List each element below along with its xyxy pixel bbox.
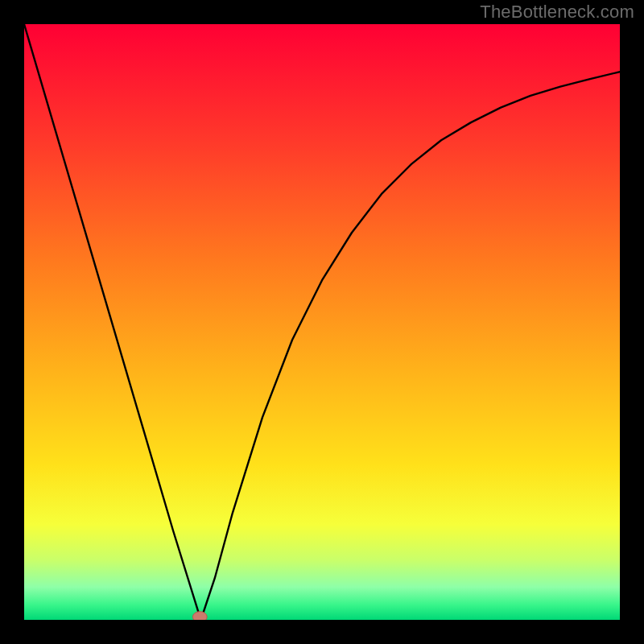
plot-svg: [24, 24, 620, 620]
chart-frame: TheBottleneck.com: [0, 0, 644, 644]
watermark-text: TheBottleneck.com: [480, 2, 634, 23]
plot-area: [24, 24, 620, 620]
heat-background: [24, 24, 620, 620]
optimal-marker: [192, 612, 207, 620]
